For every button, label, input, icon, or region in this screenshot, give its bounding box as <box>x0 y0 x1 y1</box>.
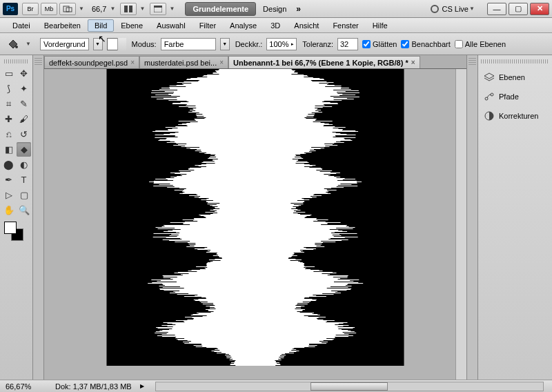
hand-tool[interactable]: ✋ <box>1 203 16 217</box>
canvas[interactable] <box>107 69 404 366</box>
status-zoom[interactable]: 66,67% <box>6 382 47 391</box>
collapsed-panel-strip-right[interactable] <box>466 55 477 380</box>
vertical-scrollbar[interactable] <box>455 69 466 380</box>
zoom-tool[interactable]: 🔍 <box>17 203 31 217</box>
tolerance-value: 32 <box>340 40 348 48</box>
pen-tool[interactable]: ✒ <box>1 173 16 187</box>
waveform-image <box>107 69 404 366</box>
chevron-right-icon[interactable]: ▶ <box>140 383 144 389</box>
titlebar: Ps Br Mb ▼ 66,7 ▼ ▼ ▼ Grundelemente Desi… <box>0 0 552 18</box>
dropdown-icon[interactable]: ▼ <box>139 6 146 12</box>
tool-preset-dropdown[interactable]: ▼ <box>25 41 32 47</box>
zoom-dropdown-icon[interactable]: ▼ <box>109 6 116 12</box>
maximize-button[interactable]: ▢ <box>509 3 528 15</box>
path-select-tool[interactable]: ▷ <box>1 188 16 202</box>
rect-marquee-tool[interactable]: ▭ <box>1 66 16 81</box>
menu-hilfe[interactable]: Hilfe <box>366 19 395 32</box>
brush-tool[interactable]: 🖌 <box>17 112 31 126</box>
canvas-viewport <box>44 69 466 380</box>
right-panels: Ebenen Pfade Korrekturen <box>477 55 552 380</box>
panel-korrekturen[interactable]: Korrekturen <box>481 106 549 126</box>
menu-bild[interactable]: Bild <box>88 19 114 32</box>
fill-source-label: Vordergrund <box>43 40 86 48</box>
blend-mode-select[interactable]: Farbe <box>161 38 216 50</box>
menu-ebene[interactable]: Ebene <box>114 19 150 32</box>
minimize-button[interactable]: — <box>487 3 506 15</box>
clone-tool[interactable]: ⎌ <box>1 127 16 141</box>
all-layers-checkbox[interactable]: Alle Ebenen <box>455 40 506 48</box>
magic-wand-tool[interactable]: ✦ <box>17 81 31 96</box>
minibridge-button[interactable]: Mb <box>41 3 57 15</box>
crop-tool[interactable]: ⌗ <box>1 97 16 111</box>
menu-filter[interactable]: Filter <box>193 19 223 32</box>
foreground-color-swatch[interactable] <box>4 222 17 234</box>
workspace-active[interactable]: Grundelemente <box>185 2 256 16</box>
app-logo: Ps <box>3 3 18 15</box>
workspace-design[interactable]: Design <box>257 3 292 15</box>
antialias-checkbox[interactable]: Glätten <box>362 40 397 48</box>
dropdown-icon[interactable]: ▼ <box>168 6 175 12</box>
type-tool[interactable]: T <box>17 173 31 187</box>
rectangle-tool[interactable]: ▢ <box>17 188 31 202</box>
panel-grip[interactable] <box>4 59 28 63</box>
menu-ansicht[interactable]: Ansicht <box>287 19 326 32</box>
panel-label: Ebenen <box>499 73 525 81</box>
color-picker[interactable] <box>1 222 31 242</box>
dropdown-icon[interactable]: ▼ <box>220 38 230 50</box>
dropdown-icon[interactable]: ▼ <box>93 38 103 50</box>
arrange-button[interactable] <box>120 3 137 15</box>
panel-grip[interactable] <box>34 58 42 65</box>
eyedropper-tool[interactable]: ✎ <box>17 97 31 111</box>
paint-bucket-tool[interactable]: ◆ <box>17 142 31 157</box>
statusbar: 66,67% Dok: 1,37 MB/1,83 MB ▶ <box>0 380 552 392</box>
svg-point-8 <box>491 93 493 96</box>
close-icon[interactable]: × <box>130 59 135 66</box>
screenmode-button[interactable] <box>150 3 166 15</box>
menu-analyse[interactable]: Analyse <box>223 19 264 32</box>
dropdown-icon: ▼ <box>469 6 475 12</box>
fill-source-select[interactable]: Vordergrund <box>40 38 89 50</box>
dropdown-icon[interactable]: ▼ <box>78 6 85 12</box>
menu-3d[interactable]: 3D <box>264 19 287 32</box>
panel-label: Pfade <box>499 92 519 101</box>
contiguous-checkbox[interactable]: Benachbart <box>401 40 450 48</box>
opacity-field[interactable]: 100%▸ <box>266 38 297 50</box>
close-icon[interactable]: × <box>219 59 224 66</box>
zoom-level[interactable]: 66,7 <box>92 5 106 13</box>
panel-grip[interactable] <box>481 59 549 63</box>
close-icon[interactable]: × <box>411 59 415 66</box>
bridge-button[interactable]: Br <box>22 3 39 15</box>
menu-datei[interactable]: Datei <box>6 19 37 32</box>
cslive-label: CS Live <box>442 5 469 13</box>
spot-heal-tool[interactable]: ✚ <box>1 112 16 126</box>
horizontal-scrollbar[interactable] <box>155 382 544 391</box>
tolerance-label: Toleranz: <box>302 40 333 48</box>
tolerance-field[interactable]: 32 <box>337 38 358 50</box>
lasso-tool[interactable]: ⟆ <box>1 81 16 96</box>
move-tool[interactable]: ✥ <box>17 66 31 81</box>
eraser-tool[interactable]: ◧ <box>1 142 16 157</box>
workspace-more[interactable]: » <box>296 4 301 14</box>
close-button[interactable]: ✕ <box>530 3 549 15</box>
menu-auswahl[interactable]: Auswahl <box>150 19 193 32</box>
document-tab[interactable]: deffekt-soundpegel.psd× <box>44 56 139 68</box>
mode-label: Modus: <box>132 40 157 48</box>
pattern-swatch[interactable] <box>107 38 126 50</box>
panel-pfade[interactable]: Pfade <box>481 87 549 106</box>
document-tab[interactable]: musterdatei.psd bei...× <box>139 56 228 68</box>
cslive-button[interactable]: CS Live ▼ <box>431 5 480 13</box>
panel-ebenen[interactable]: Ebenen <box>481 68 549 87</box>
tab-label: musterdatei.psd bei... <box>144 59 217 67</box>
dodge-tool[interactable]: ◐ <box>17 157 31 172</box>
view-extras-button[interactable] <box>59 3 76 15</box>
paint-bucket-icon <box>4 37 21 51</box>
status-doc-size[interactable]: Dok: 1,37 MB/1,83 MB <box>55 382 132 391</box>
document-tab[interactable]: Unbenannt-1 bei 66,7% (Ebene 1 Kopie, RG… <box>228 56 420 68</box>
menu-fenster[interactable]: Fenster <box>326 19 365 32</box>
blur-tool[interactable]: ⬤ <box>1 157 16 172</box>
panel-grip[interactable] <box>469 58 476 65</box>
scrollbar-thumb[interactable] <box>310 382 388 391</box>
history-brush-tool[interactable]: ↺ <box>17 127 31 141</box>
menu-bearbeiten[interactable]: Bearbeiten <box>37 19 88 32</box>
collapsed-panel-strip[interactable] <box>33 55 44 380</box>
